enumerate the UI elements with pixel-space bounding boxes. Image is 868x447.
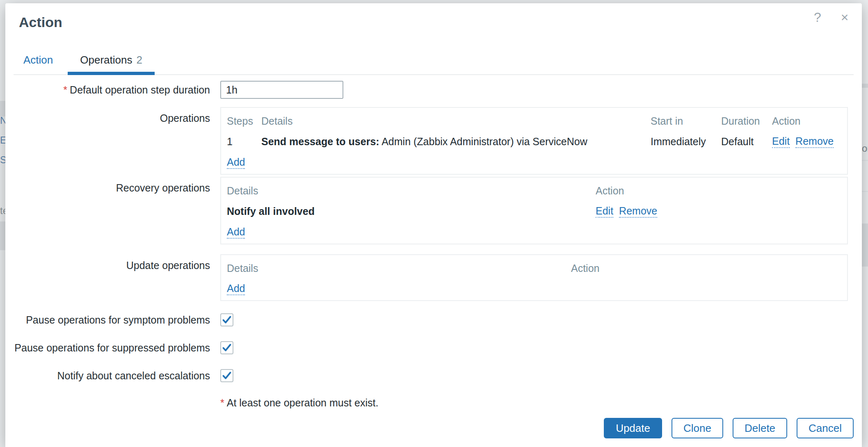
duration-input[interactable]	[220, 81, 343, 99]
recovery-operation-details: Notify all involved	[227, 201, 596, 221]
update-button[interactable]: Update	[604, 418, 662, 438]
background-text-fragment: te	[0, 205, 6, 217]
tab-operations-label: Operations	[80, 54, 132, 66]
tab-operations[interactable]: Operations2	[68, 55, 155, 75]
column-header-details: Details	[227, 182, 596, 201]
operation-target: Admin (Zabbix Administrator) via Service…	[379, 136, 587, 147]
pause-symptom-checkbox[interactable]	[220, 313, 233, 326]
update-add-row: Add	[227, 278, 841, 297]
action-dialog: Action ? × Action Operations2 *Default o…	[5, 3, 862, 447]
check-icon	[222, 315, 232, 325]
background-band	[0, 221, 5, 250]
tab-operations-count: 2	[136, 54, 142, 66]
add-update-operation-link[interactable]: Add	[227, 283, 245, 295]
duration-row: *Default operation step duration	[14, 81, 854, 99]
operations-table-row: 1 Send message to users: Admin (Zabbix A…	[227, 131, 841, 152]
operations-label: Operations	[14, 107, 210, 124]
duration-label-text: Default operation step duration	[70, 84, 210, 96]
help-icon[interactable]: ?	[809, 10, 826, 25]
update-operations-label: Update operations	[14, 254, 210, 271]
duration-label: *Default operation step duration	[14, 81, 210, 99]
background-band	[862, 84, 868, 88]
background-text-fragment: Er	[0, 135, 6, 146]
update-table-header: Details Action	[227, 259, 841, 278]
recovery-operation-actions: EditRemove	[596, 201, 841, 222]
background-text-fragment: Na	[0, 115, 6, 126]
background-band	[0, 101, 5, 116]
add-operation-link[interactable]: Add	[227, 157, 245, 169]
operations-table: Steps Details Start in Duration Action 1…	[220, 107, 848, 175]
column-header-action: Action	[772, 112, 841, 131]
close-icon[interactable]: ×	[836, 10, 853, 25]
update-operations-table: Details Action Add	[220, 254, 848, 301]
recovery-table-header: Details Action	[227, 182, 841, 201]
background-line	[862, 160, 868, 161]
remove-link[interactable]: Remove	[795, 136, 834, 148]
delete-button[interactable]: Delete	[733, 418, 787, 438]
background-band	[862, 224, 868, 267]
remove-link[interactable]: Remove	[619, 205, 657, 218]
pause-suppressed-row: Pause operations for suppressed problems	[14, 341, 854, 354]
pause-suppressed-label: Pause operations for suppressed problems	[14, 341, 210, 354]
operation-type: Send message to users:	[261, 136, 379, 147]
edit-link[interactable]: Edit	[772, 136, 790, 148]
recovery-add-row: Add	[227, 222, 841, 240]
operation-duration: Default	[721, 132, 772, 152]
notify-canceled-checkbox[interactable]	[220, 369, 233, 382]
operations-table-header: Steps Details Start in Duration Action	[227, 112, 841, 131]
notify-canceled-row: Notify about canceled escalations	[14, 369, 854, 382]
add-recovery-operation-link[interactable]: Add	[227, 226, 245, 239]
clone-button[interactable]: Clone	[672, 418, 723, 438]
notify-canceled-label: Notify about canceled escalations	[14, 369, 210, 382]
dialog-title: Action	[19, 3, 854, 30]
operation-details: Send message to users: Admin (Zabbix Adm…	[261, 132, 651, 152]
tab-action[interactable]: Action	[14, 55, 68, 75]
check-icon	[222, 371, 232, 381]
column-header-action: Action	[596, 182, 841, 201]
dialog-footer: Update Clone Delete Cancel	[604, 418, 854, 438]
tab-bar: Action Operations2	[14, 55, 854, 75]
column-header-duration: Duration	[721, 112, 772, 131]
operations-row: Operations Steps Details Start in Durati…	[14, 107, 854, 175]
recovery-operations-label: Recovery operations	[14, 177, 210, 194]
form-hint-text: At least one operation must exist.	[227, 397, 379, 408]
operation-actions: EditRemove	[772, 131, 841, 152]
form-hint: *At least one operation must exist.	[220, 397, 854, 409]
background-line	[862, 191, 868, 192]
background-text-fragment: or	[862, 143, 868, 154]
background-text-fragment: Se	[0, 154, 6, 166]
column-header-details: Details	[227, 259, 571, 278]
pause-symptom-row: Pause operations for symptom problems	[14, 313, 854, 326]
cancel-button[interactable]: Cancel	[797, 418, 854, 438]
recovery-operations-row: Recovery operations Details Action Notif…	[14, 177, 854, 244]
required-asterisk: *	[220, 397, 224, 408]
check-icon	[222, 343, 232, 353]
column-header-details: Details	[261, 112, 651, 131]
column-header-steps: Steps	[227, 112, 261, 131]
column-header-action: Action	[571, 259, 841, 278]
recovery-table-row: Notify all involved EditRemove	[227, 201, 841, 222]
edit-link[interactable]: Edit	[596, 205, 613, 218]
operation-step: 1	[227, 132, 261, 152]
pause-suppressed-checkbox[interactable]	[220, 341, 233, 354]
required-asterisk: *	[63, 84, 67, 96]
column-header-start-in: Start in	[651, 112, 721, 131]
recovery-operations-table: Details Action Notify all involved EditR…	[220, 177, 848, 244]
operations-add-row: Add	[227, 152, 841, 171]
update-operations-row: Update operations Details Action Add	[14, 254, 854, 301]
operation-start-in: Immediately	[651, 132, 721, 152]
pause-symptom-label: Pause operations for symptom problems	[14, 313, 210, 326]
